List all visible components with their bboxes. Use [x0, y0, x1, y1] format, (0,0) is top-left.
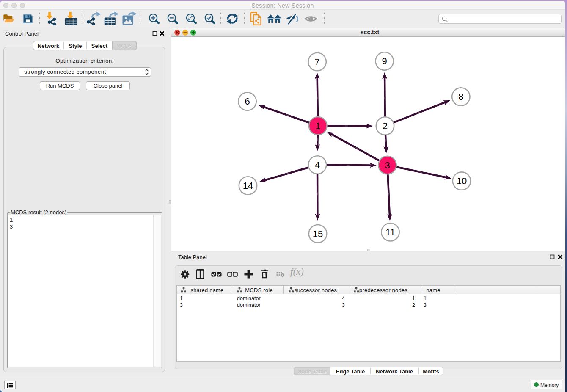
svg-text:8: 8 [458, 91, 463, 102]
svg-text:3: 3 [385, 160, 390, 171]
svg-text:6: 6 [245, 96, 250, 107]
svg-text:4: 4 [315, 160, 320, 170]
svg-text:7: 7 [315, 57, 320, 67]
svg-text:11: 11 [385, 227, 395, 237]
svg-text:10: 10 [457, 176, 467, 186]
svg-text:15: 15 [313, 229, 323, 239]
svg-text:14: 14 [243, 180, 253, 191]
svg-text:2: 2 [383, 121, 388, 131]
svg-text:1: 1 [315, 121, 320, 131]
svg-text:9: 9 [382, 56, 387, 66]
